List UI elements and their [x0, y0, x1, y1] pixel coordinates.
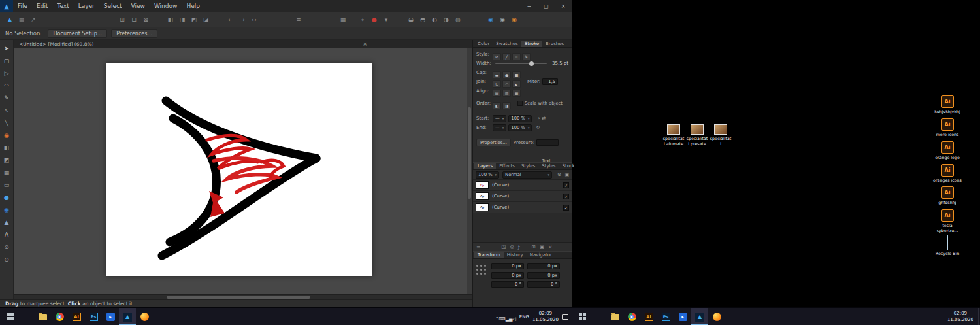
- shape-tool-icon[interactable]: ▭: [1, 179, 12, 190]
- desktop-shortcut[interactable]: Ai tesla cybertru...: [933, 209, 962, 233]
- corner-tool-icon[interactable]: ◠: [1, 80, 12, 91]
- align-left-icon[interactable]: ◧: [165, 14, 176, 25]
- stroke-order-back-icon[interactable]: ◨: [502, 102, 511, 109]
- boolean-intersect-icon[interactable]: ◐: [429, 14, 440, 25]
- minimize-button[interactable]: ─: [521, 0, 538, 12]
- start-size-dropdown[interactable]: 100 %▾: [508, 115, 532, 122]
- desktop-shortcut[interactable]: Ai orange logo: [933, 141, 962, 160]
- width-slider[interactable]: [495, 63, 547, 64]
- fill-swatch-icon[interactable]: ◉: [485, 14, 497, 25]
- start-button[interactable]: [572, 308, 592, 325]
- artboard-tool-icon[interactable]: ▢: [1, 55, 12, 66]
- desktop-file[interactable]: specialitati: [710, 124, 732, 146]
- boolean-union-icon[interactable]: ◒: [405, 14, 417, 25]
- align-top-icon[interactable]: ◩: [188, 14, 200, 25]
- file-explorer-icon[interactable]: [606, 308, 623, 325]
- menu-item[interactable]: View: [127, 0, 150, 12]
- move-tool-icon[interactable]: ➤: [1, 43, 12, 54]
- order-back-icon[interactable]: ←: [225, 14, 237, 25]
- crop-tool-icon[interactable]: ▦: [1, 167, 12, 178]
- align-bottom-icon[interactable]: ◪: [200, 14, 212, 25]
- menu-item[interactable]: File: [13, 0, 32, 12]
- layer-visibility-checkbox[interactable]: ✓: [563, 182, 569, 188]
- triangle-tool-icon[interactable]: ▲: [1, 216, 12, 228]
- properties-button[interactable]: Properties...: [476, 139, 511, 146]
- layer-row[interactable]: ∿ (Curve) ✓: [473, 191, 572, 202]
- pixel-persona-icon[interactable]: ▦: [16, 14, 27, 25]
- taskbar-clock[interactable]: 02:0911.05.2020: [532, 311, 559, 322]
- gear-icon[interactable]: ⚙: [557, 172, 561, 177]
- desktop-shortcut[interactable]: Recycle Bin: [933, 237, 962, 256]
- panel-tab[interactable]: Stroke: [521, 41, 542, 47]
- stroke-align-inside-icon[interactable]: ▥: [502, 90, 511, 97]
- panel-tab[interactable]: Layers: [474, 163, 496, 169]
- affinity-designer-icon[interactable]: ▲: [691, 308, 708, 325]
- stroke-none-icon[interactable]: ⊘: [493, 53, 501, 60]
- menu-item[interactable]: Help: [182, 0, 204, 12]
- pen-tool-icon[interactable]: ✎: [1, 92, 12, 103]
- chrome-icon[interactable]: [623, 308, 640, 325]
- transform-field[interactable]: 0 px: [527, 272, 560, 279]
- mask-layer-icon[interactable]: ◳: [501, 244, 506, 250]
- grid-toggle-icon[interactable]: ▦: [337, 14, 349, 25]
- transform-field[interactable]: 0 px: [527, 263, 560, 269]
- start-style-dropdown[interactable]: —▾: [493, 115, 506, 122]
- desktop-shortcut[interactable]: Ai ghfdshfg: [933, 186, 962, 205]
- photoshop-icon[interactable]: Ps: [85, 308, 102, 325]
- menu-item[interactable]: Layer: [74, 0, 99, 12]
- reset-arrows-icon[interactable]: ↻: [536, 125, 540, 130]
- eyedropper-tool-icon[interactable]: ⊙: [1, 241, 12, 252]
- horizontal-scrollbar[interactable]: [14, 294, 472, 299]
- tool-options-icon[interactable]: ≡: [293, 14, 304, 25]
- layer-row[interactable]: ∿ (Curve) ✓: [473, 180, 572, 191]
- illustrator-icon[interactable]: Ai: [640, 308, 657, 325]
- firefox-icon[interactable]: [708, 308, 725, 325]
- desktop-shortcut[interactable]: Ai more icons: [933, 118, 962, 137]
- align-center-icon[interactable]: ◨: [176, 14, 188, 25]
- stroke-order-front-icon[interactable]: ◧: [493, 102, 501, 109]
- chrome-icon[interactable]: [51, 308, 68, 325]
- layer-visibility-checkbox[interactable]: ✓: [563, 194, 569, 199]
- fx-layer-icon[interactable]: ƒ: [518, 244, 520, 250]
- tray-network-icon[interactable]: ▂▄: [506, 316, 513, 322]
- panel-tab[interactable]: Styles: [518, 163, 538, 169]
- close-button[interactable]: ×: [555, 0, 572, 12]
- brush-tool-icon[interactable]: ╲: [1, 117, 12, 128]
- opacity-dropdown[interactable]: 100 %▾: [476, 171, 499, 179]
- pressure-field[interactable]: [536, 139, 559, 146]
- stroke-align-outside-icon[interactable]: ▦: [512, 90, 521, 97]
- transform-field[interactable]: 0 px: [491, 272, 524, 279]
- boolean-divide-icon[interactable]: ◍: [452, 14, 464, 25]
- transform-field[interactable]: 0 °: [527, 281, 560, 288]
- stroke-align-center-icon[interactable]: ▤: [493, 90, 501, 97]
- transparency-tool-icon[interactable]: ◩: [1, 154, 12, 165]
- ellipse-tool-icon[interactable]: ●: [1, 192, 12, 203]
- gradient-tool-icon[interactable]: ◧: [1, 142, 12, 153]
- desktop-shortcut[interactable]: Ai kuhjvkhjvkhj: [933, 95, 962, 114]
- horizontal-scrollbar-thumb[interactable]: [167, 296, 310, 299]
- panel-tab[interactable]: Brushes: [542, 41, 567, 47]
- order-forward-icon[interactable]: →: [237, 14, 248, 25]
- text-tool-icon[interactable]: A: [1, 229, 12, 240]
- taskbar-clock-right[interactable]: 02:0911.05.2020: [947, 308, 973, 325]
- fill-tool-icon[interactable]: ◉: [1, 129, 12, 141]
- node-tool-icon[interactable]: ▷: [1, 67, 12, 78]
- language-indicator[interactable]: ENG: [519, 315, 529, 320]
- desktop-shortcut[interactable]: Ai oranges icons: [933, 164, 962, 183]
- action-center-icon[interactable]: [562, 314, 568, 320]
- color-sphere-tool-icon[interactable]: ◉: [1, 204, 12, 215]
- vertical-scrollbar[interactable]: [467, 48, 472, 294]
- delete-layer-icon[interactable]: ×: [548, 244, 552, 250]
- snapping-menu-icon[interactable]: ▾: [380, 14, 392, 25]
- miter-field[interactable]: 1,5: [542, 78, 558, 85]
- panel-tab[interactable]: Swatches: [493, 41, 521, 47]
- media-player-icon[interactable]: ▸: [102, 308, 119, 325]
- vertical-scrollbar-thumb[interactable]: [468, 107, 471, 199]
- insert-inside-icon[interactable]: ⊟: [128, 14, 140, 25]
- stroke-solid-icon[interactable]: ╱: [502, 53, 511, 60]
- maximize-button[interactable]: ▢: [538, 0, 555, 12]
- lock-icon[interactable]: ▣: [564, 172, 569, 177]
- layer-row[interactable]: ∿ (Curve) ✓: [473, 202, 572, 213]
- illustrator-icon[interactable]: Ai: [68, 308, 85, 325]
- accent-swatch-icon[interactable]: ◉: [508, 14, 520, 25]
